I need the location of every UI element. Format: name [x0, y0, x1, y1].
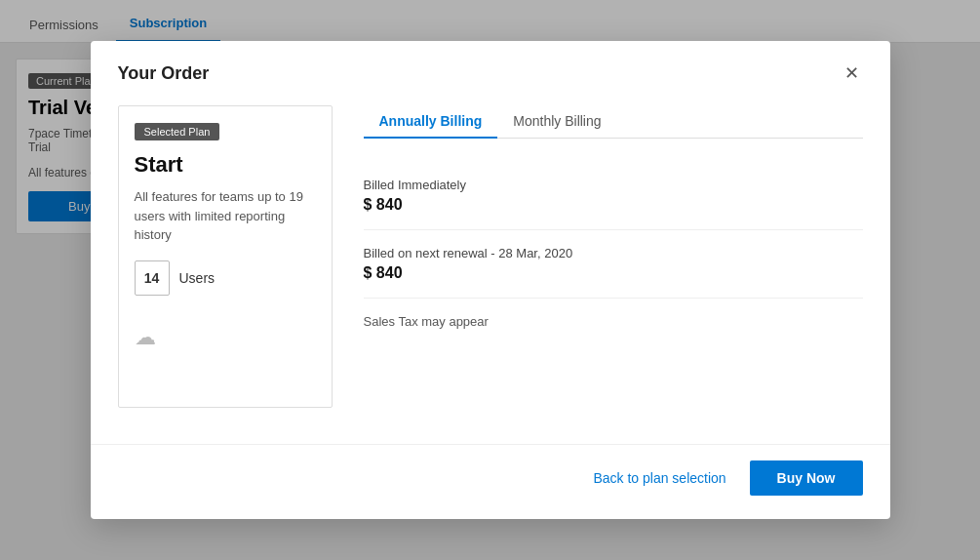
plan-name: Start — [135, 152, 316, 178]
users-label: Users — [179, 270, 216, 286]
tab-annually-billing[interactable]: Annually Billing — [364, 105, 498, 139]
back-to-plan-button[interactable]: Back to plan selection — [593, 470, 725, 486]
billing-immediately-label: Billed Immediately — [364, 178, 863, 192]
plan-card: Selected Plan Start All features for tea… — [118, 105, 333, 408]
billing-tabs: Annually Billing Monthly Billing — [364, 105, 863, 139]
billing-row-immediate: Billed Immediately $ 840 — [364, 162, 863, 230]
billing-renewal-amount: $ 840 — [364, 264, 863, 282]
close-button[interactable]: ✕ — [841, 60, 863, 86]
billing-row-renewal: Billed on next renewal - 28 Mar, 2020 $ … — [364, 230, 863, 299]
order-modal: Your Order ✕ Selected Plan Start All fea… — [91, 41, 890, 519]
modal-header: Your Order ✕ — [91, 41, 890, 86]
modal-title: Your Order — [118, 63, 210, 84]
modal-overlay: Your Order ✕ Selected Plan Start All fea… — [0, 0, 980, 560]
plan-description: All features for teams up to 19 users wi… — [135, 187, 316, 245]
sales-tax-note: Sales Tax may appear — [364, 299, 863, 344]
billing-renewal-label: Billed on next renewal - 28 Mar, 2020 — [364, 246, 863, 260]
billing-immediately-amount: $ 840 — [364, 196, 863, 214]
users-row: 14 Users — [135, 260, 316, 296]
buy-now-button[interactable]: Buy Now — [750, 460, 863, 496]
users-count: 14 — [135, 260, 170, 296]
cloud-icon: ☁ — [135, 325, 316, 350]
tab-monthly-billing[interactable]: Monthly Billing — [497, 105, 616, 139]
modal-body: Selected Plan Start All features for tea… — [91, 86, 890, 444]
plan-section: Selected Plan Start All features for tea… — [118, 105, 333, 424]
billing-section: Annually Billing Monthly Billing Billed … — [364, 105, 863, 424]
modal-footer: Back to plan selection Buy Now — [91, 444, 890, 519]
selected-plan-badge: Selected Plan — [135, 123, 220, 140]
